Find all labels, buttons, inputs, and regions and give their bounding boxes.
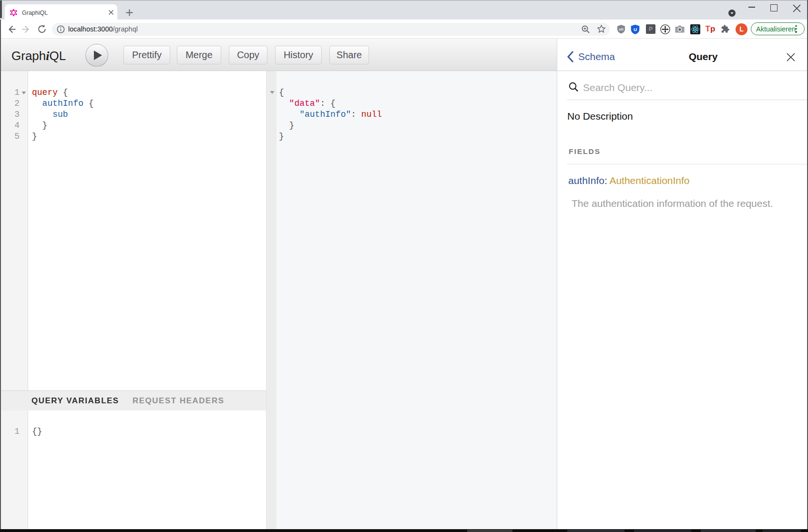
svg-text:uO: uO: [619, 28, 624, 31]
svg-text:U: U: [634, 27, 637, 32]
